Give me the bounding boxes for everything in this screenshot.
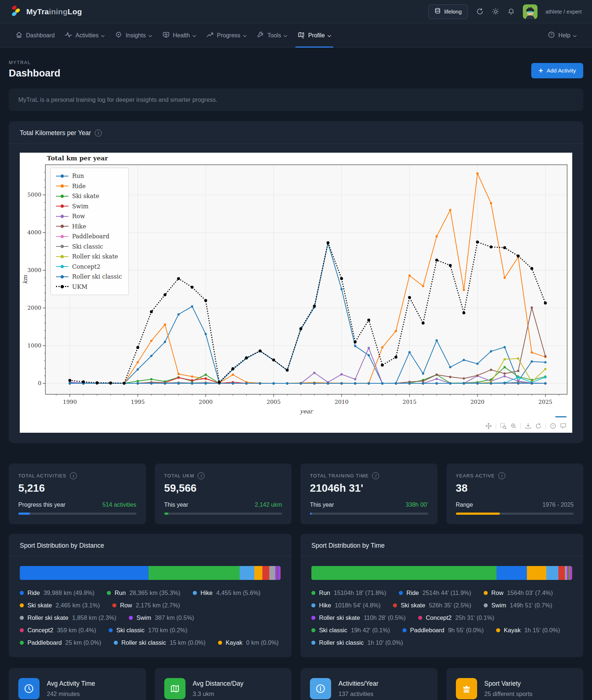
clock-icon — [18, 678, 40, 699]
color-dot-icon — [484, 591, 488, 595]
dist-legend-item: Ski skate 2,465 km (3.1%) — [20, 602, 100, 609]
color-dot-icon — [193, 591, 197, 595]
dist-legend-item: Hike 1018h 54' (4.8%) — [311, 602, 381, 609]
color-dot-icon — [20, 603, 24, 607]
insights-icon — [115, 31, 122, 40]
toolbar-separator — [496, 423, 496, 429]
wheel-zoom-tool-icon[interactable] — [510, 423, 517, 429]
dist-legend-item: Run 15104h 18' (71.8%) — [311, 589, 386, 596]
legend-swatch — [56, 235, 68, 238]
breadcrumb-eyebrow: MYTRAL — [9, 60, 60, 65]
color-dot-icon — [311, 641, 315, 645]
dist-legend-item: Kayak 0 km (0.0%) — [218, 639, 279, 646]
nav-item-profile[interactable]: Profile — [292, 23, 336, 47]
color-dot-icon — [311, 591, 315, 595]
nav-item-help[interactable]: ?Help — [543, 23, 582, 47]
svg-text:2020: 2020 — [471, 399, 484, 405]
legend-item: UKM — [56, 283, 122, 290]
legend-item: Swim — [56, 203, 122, 210]
legend-swatch — [56, 204, 68, 208]
home-icon — [15, 31, 23, 40]
help-tool-icon[interactable]: ? — [550, 423, 556, 429]
color-dot-icon — [20, 591, 24, 595]
svg-text:2025: 2025 — [538, 399, 552, 405]
theme-sun-icon[interactable] — [492, 8, 499, 15]
legend-item: Ride — [56, 183, 122, 190]
color-dot-icon — [311, 603, 315, 607]
chart-toolbar: ? — [486, 423, 566, 429]
info-icon[interactable]: i — [95, 130, 102, 137]
dist-legend-item: Paddleboard 25 km (0.0%) — [20, 639, 101, 646]
map-icon — [297, 31, 305, 40]
stat-sub-value: 338h 00' — [406, 502, 428, 508]
color-dot-icon — [20, 628, 24, 632]
dist-legend-item: Ride 2514h 44' (11.9%) — [399, 589, 471, 596]
km-per-year-chart[interactable]: 0100020003000400050001990199520002005201… — [20, 153, 572, 433]
chevron-down-icon — [149, 32, 152, 39]
svg-text:?: ? — [552, 424, 554, 428]
svg-text:1990: 1990 — [63, 399, 77, 405]
legend-swatch — [56, 245, 68, 248]
user-avatar[interactable] — [523, 4, 537, 19]
stat-card-total-ukm: TOTAL UKM i 59,566 This year 2,142 ukm — [155, 463, 292, 524]
add-activity-button[interactable]: + Add Activity — [531, 63, 583, 78]
legend-swatch — [56, 275, 68, 279]
color-dot-icon — [112, 603, 116, 607]
stat-value: 21046h 31' — [310, 482, 428, 494]
hover-tool-icon[interactable] — [560, 423, 566, 429]
nav-item-progress[interactable]: Progress — [201, 23, 252, 47]
chevron-down-icon — [192, 32, 196, 39]
dist-legend-item: Kayak 1h 15' (0.0%) — [496, 627, 560, 634]
total-km-card: Total Kilometers per Year i 010002000300… — [9, 121, 583, 443]
nav-item-dashboard[interactable]: Dashboard — [10, 23, 60, 47]
bar-segment-hike — [546, 566, 559, 580]
nav-item-tools[interactable]: Tools — [252, 23, 292, 47]
dist-legend-item: Roller ski classic 15 km (0.0%) — [114, 639, 206, 646]
stat-value: 5,216 — [18, 482, 136, 494]
chevron-down-icon — [573, 32, 577, 39]
color-dot-icon — [129, 616, 133, 620]
bar-segment-ski-skate — [558, 566, 565, 580]
reset-tool-icon[interactable] — [535, 423, 542, 429]
svg-text:5000: 5000 — [27, 191, 41, 198]
svg-text:1995: 1995 — [131, 399, 145, 405]
legend-swatch — [56, 224, 68, 228]
legend-item: Ski skate — [56, 193, 122, 200]
sync-icon[interactable] — [476, 8, 484, 15]
legend-item: Concept2 — [56, 263, 122, 270]
toolbar-separator — [546, 423, 546, 429]
save-tool-icon[interactable] — [525, 423, 531, 429]
color-dot-icon — [393, 603, 397, 607]
info-icon[interactable]: i — [198, 472, 205, 479]
health-icon — [162, 31, 170, 40]
info-icon[interactable]: i — [70, 472, 77, 479]
chevron-down-icon — [243, 32, 247, 39]
bar-segment-ride — [497, 566, 527, 580]
info-icon[interactable]: i — [372, 472, 379, 479]
color-dot-icon — [399, 591, 403, 595]
svg-text:2005: 2005 — [267, 399, 281, 405]
range-selector-button[interactable]: lifelong — [428, 4, 468, 19]
dist-legend-item: Ski classic 19h 42' (0.1%) — [311, 627, 390, 634]
box-zoom-tool-icon[interactable] — [500, 423, 506, 429]
progress-icon — [206, 31, 214, 40]
chevron-down-icon — [284, 32, 287, 39]
intro-banner: MyTraL is a personal training log for de… — [9, 89, 583, 111]
dist-legend-item: Paddleboard 9h 55' (0.0%) — [402, 627, 484, 634]
info-icon[interactable]: i — [498, 472, 505, 479]
svg-text:0: 0 — [38, 380, 41, 387]
legend-item: Hike — [56, 223, 122, 230]
page-title: Dashboard — [9, 68, 60, 79]
brand[interactable]: MyTrainingLog — [10, 5, 82, 19]
bar-segment-run — [149, 566, 240, 580]
nav-item-health[interactable]: Health — [157, 23, 201, 47]
nav-item-insights[interactable]: Insights — [110, 23, 157, 47]
stat-progress-bar — [164, 513, 282, 515]
tools-icon — [257, 31, 264, 40]
distribution-card-time: Sport Distribution by Time Run 15104h 18… — [300, 534, 583, 657]
pan-tool-icon[interactable] — [486, 423, 492, 429]
color-dot-icon — [496, 628, 500, 632]
notifications-bell-icon[interactable] — [507, 8, 515, 15]
chart-legend[interactable]: RunRideSki skateSwimRowHikePaddleboardSk… — [50, 168, 129, 295]
nav-item-activities[interactable]: Activities — [60, 23, 110, 47]
